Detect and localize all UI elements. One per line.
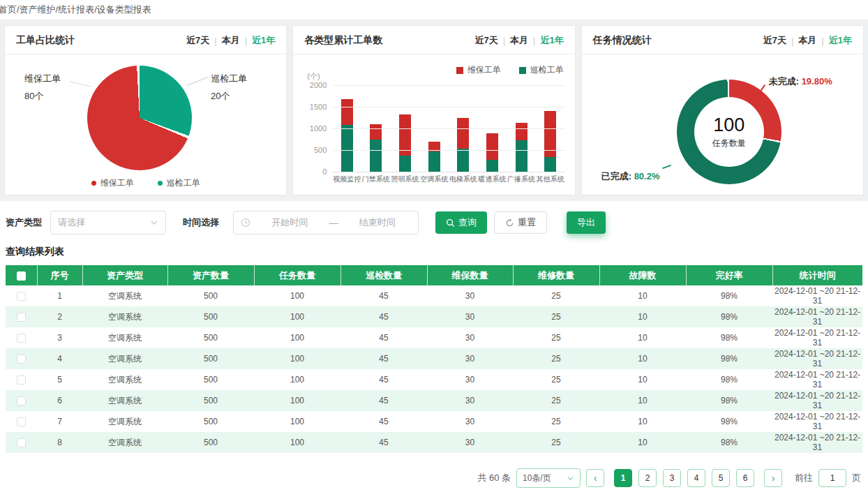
bar-segment-maintenance[interactable]	[457, 118, 469, 149]
filter-this-month[interactable]: 本月	[222, 34, 240, 47]
card-header: 工单占比统计 近7天| 本月| 近1年	[5, 26, 286, 54]
legend-item-inspection[interactable]: 巡检工单	[158, 177, 200, 189]
card-title-donut: 任务情况统计	[593, 34, 652, 47]
donut-chart-area: 100 任务数量 未完成: 19.80% 已完成: 80.2%	[582, 54, 863, 195]
page-button-2[interactable]: 2	[638, 469, 657, 487]
goto-page-input[interactable]	[818, 469, 846, 487]
table-cell: 10	[599, 432, 686, 453]
page-button-3[interactable]: 3	[663, 469, 681, 487]
prev-page-button[interactable]: ‹	[586, 469, 604, 487]
next-page-button[interactable]: ›	[764, 469, 782, 487]
row-checkbox-cell	[6, 390, 37, 411]
table-cell: 25	[513, 348, 599, 369]
filter-separator: |	[821, 36, 823, 46]
bar-segment-inspection[interactable]	[486, 160, 498, 172]
row-checkbox[interactable]	[17, 292, 26, 301]
page-button-4[interactable]: 4	[687, 469, 705, 487]
page-button-1[interactable]: 1	[614, 469, 632, 487]
table-cell: 25	[513, 306, 599, 327]
table-cell: 2024-12-01 ~20 21-12-31	[772, 285, 862, 306]
legend-item-maintenance[interactable]: 维保工单	[91, 177, 134, 189]
legend-item-maintenance[interactable]: 维保工单	[456, 64, 501, 76]
table-cell: 空调系统	[82, 432, 167, 453]
bar-segment-inspection[interactable]	[428, 151, 440, 172]
table-cell: 30	[427, 411, 513, 432]
table-cell: 98%	[686, 306, 772, 327]
bar-segment-maintenance[interactable]	[341, 99, 353, 125]
filter-row: 资产类型 请选择 时间选择 开始时间 — 结束时间 查询 重置 导出	[0, 201, 868, 234]
table-cell: 98%	[686, 411, 772, 432]
page-size-select[interactable]: 10条/页	[516, 468, 581, 488]
page-button-5[interactable]: 5	[712, 469, 730, 487]
column-header: 维修数量	[513, 265, 599, 285]
bar-segment-maintenance[interactable]	[516, 123, 527, 140]
bar-segment-inspection[interactable]	[399, 156, 411, 172]
gridline	[332, 172, 564, 172]
table-cell: 98%	[686, 348, 772, 369]
leader-line	[662, 165, 671, 169]
row-checkbox[interactable]	[17, 375, 26, 385]
y-tick-label: 0	[300, 167, 327, 176]
table-row: 4空调系统5001004530251098%2024-12-01 ~20 21-…	[6, 348, 862, 369]
bar-segment-inspection[interactable]	[341, 125, 353, 172]
row-checkbox[interactable]	[17, 313, 26, 322]
select-all-checkbox[interactable]	[17, 271, 26, 281]
table-cell: 30	[427, 390, 513, 411]
filter-last-year[interactable]: 近1年	[829, 34, 852, 47]
row-checkbox[interactable]	[17, 438, 26, 447]
legend-square-green	[519, 67, 526, 74]
filter-this-month[interactable]: 本月	[798, 34, 816, 47]
filter-last7days[interactable]: 近7天	[763, 34, 786, 47]
row-checkbox[interactable]	[17, 417, 26, 426]
results-table: 序号资产类型资产数量任务数量巡检数量维保数量维修数量故障数完好率统计时间 1空调…	[6, 265, 862, 453]
bar-segment-inspection[interactable]	[544, 157, 556, 172]
column-header: 故障数	[599, 265, 686, 285]
bar-segment-maintenance[interactable]	[370, 124, 382, 139]
row-checkbox[interactable]	[17, 396, 26, 405]
table-row: 7空调系统5001004530251098%2024-12-01 ~20 21-…	[6, 411, 862, 432]
table-row: 5空调系统5001004530251098%2024-12-01 ~20 21-…	[6, 369, 862, 390]
donut-chart[interactable]: 100 任务数量	[677, 80, 781, 184]
filter-last7days[interactable]: 近7天	[474, 34, 497, 47]
range-separator: —	[329, 218, 338, 228]
row-checkbox[interactable]	[17, 355, 26, 364]
end-time-placeholder[interactable]: 结束时间	[344, 216, 412, 229]
table-cell: 1	[37, 285, 82, 306]
pie-chart[interactable]	[87, 66, 192, 170]
table-cell: 25	[513, 411, 599, 432]
search-icon	[446, 218, 455, 228]
date-range-picker[interactable]: 开始时间 — 结束时间	[233, 211, 419, 234]
start-time-placeholder[interactable]: 开始时间	[256, 216, 324, 229]
results-section-title: 查询结果列表	[0, 234, 868, 265]
row-checkbox[interactable]	[17, 334, 26, 343]
filter-separator: |	[214, 36, 216, 46]
filter-last-year[interactable]: 近1年	[252, 34, 275, 47]
bar-segment-inspection[interactable]	[516, 140, 527, 172]
table-cell: 2024-12-01 ~20 21-12-31	[772, 306, 862, 327]
table-cell: 45	[341, 327, 427, 348]
export-button[interactable]: 导出	[567, 211, 606, 234]
bar-segment-maintenance[interactable]	[486, 133, 498, 160]
asset-type-select[interactable]: 请选择	[50, 211, 166, 234]
reset-button[interactable]: 重置	[494, 211, 547, 234]
legend-item-inspection[interactable]: 巡检工单	[519, 64, 564, 76]
bar-segment-inspection[interactable]	[370, 140, 382, 172]
filter-last-year[interactable]: 近1年	[540, 34, 563, 47]
pagination-bar: 共 60 条 10条/页 ‹ 123456 › 前往 页	[0, 453, 868, 488]
column-header: 统计时间	[772, 265, 862, 285]
donut-label-incomplete: 未完成: 19.80%	[769, 75, 832, 88]
filter-last7days[interactable]: 近7天	[186, 34, 209, 47]
bar-segment-inspection[interactable]	[457, 149, 469, 172]
table-cell: 100	[254, 369, 341, 390]
row-checkbox-cell	[6, 348, 37, 369]
table-cell: 45	[341, 285, 427, 306]
filter-separator: |	[791, 36, 793, 46]
search-button[interactable]: 查询	[435, 211, 487, 234]
filter-this-month[interactable]: 本月	[510, 34, 528, 47]
table-cell: 25	[513, 369, 599, 390]
row-checkbox-cell	[6, 285, 37, 306]
page-button-6[interactable]: 6	[736, 469, 754, 487]
pie-legend: 维保工单 巡检工单	[5, 177, 286, 189]
table-cell: 25	[513, 285, 599, 306]
breadcrumb[interactable]: 首页/资产维护/统计报表/设备类型报表	[0, 3, 151, 16]
